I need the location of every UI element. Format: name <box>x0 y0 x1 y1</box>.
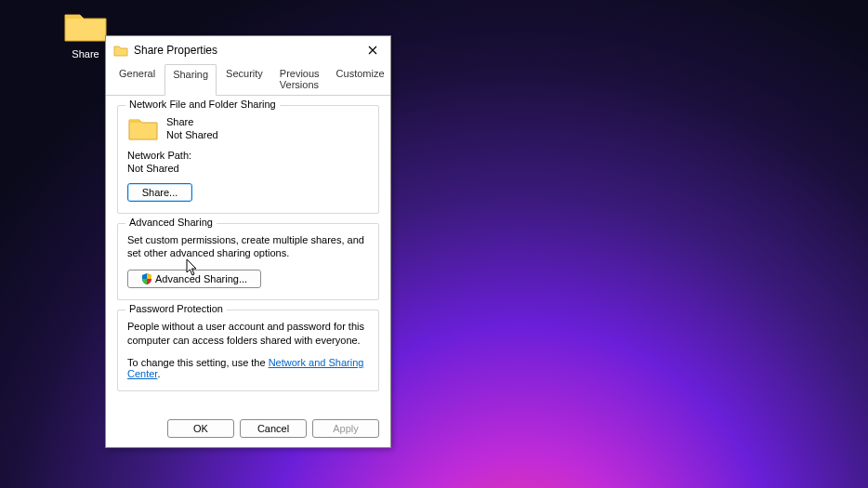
tab-security[interactable]: Security <box>218 64 270 95</box>
apply-button[interactable]: Apply <box>312 419 379 438</box>
network-path-value: Not Shared <box>127 163 369 174</box>
close-button[interactable] <box>361 40 385 60</box>
share-status: Not Shared <box>166 128 218 141</box>
advanced-sharing-label: Advanced Sharing... <box>155 273 247 284</box>
close-icon <box>368 46 377 55</box>
tab-customize[interactable]: Customize <box>329 64 392 95</box>
group-password-protection: Password Protection People without a use… <box>117 310 379 391</box>
group-advanced-sharing: Advanced Sharing Set custom permissions,… <box>117 223 379 301</box>
tab-general[interactable]: General <box>112 64 163 95</box>
password-desc: People without a user account and passwo… <box>127 320 369 348</box>
network-path-label: Network Path: <box>127 150 369 161</box>
folder-icon <box>127 115 159 141</box>
tab-content-sharing: Network File and Folder Sharing Share No… <box>106 96 390 412</box>
properties-dialog: Share Properties General Sharing Securit… <box>105 35 391 448</box>
ok-button[interactable]: OK <box>167 419 234 438</box>
group-network-sharing: Network File and Folder Sharing Share No… <box>117 105 379 214</box>
dialog-footer: OK Cancel Apply <box>106 412 390 447</box>
share-name: Share <box>166 115 218 128</box>
titlebar[interactable]: Share Properties <box>106 36 390 64</box>
shield-icon <box>141 273 152 284</box>
dialog-title: Share Properties <box>134 44 361 57</box>
tab-sharing[interactable]: Sharing <box>164 64 217 96</box>
tab-strip: General Sharing Security Previous Versio… <box>106 64 390 96</box>
group-legend: Advanced Sharing <box>125 217 217 228</box>
cancel-button[interactable]: Cancel <box>240 419 307 438</box>
advanced-desc: Set custom permissions, create multiple … <box>127 233 369 261</box>
folder-icon <box>63 9 108 43</box>
advanced-sharing-button[interactable]: Advanced Sharing... <box>127 270 261 288</box>
group-legend: Password Protection <box>125 303 227 314</box>
password-change-text: To change this setting, use the Network … <box>127 357 369 379</box>
tab-previous-versions[interactable]: Previous Versions <box>272 64 327 95</box>
group-legend: Network File and Folder Sharing <box>125 99 280 110</box>
folder-icon <box>113 44 128 57</box>
share-button[interactable]: Share... <box>127 183 192 202</box>
